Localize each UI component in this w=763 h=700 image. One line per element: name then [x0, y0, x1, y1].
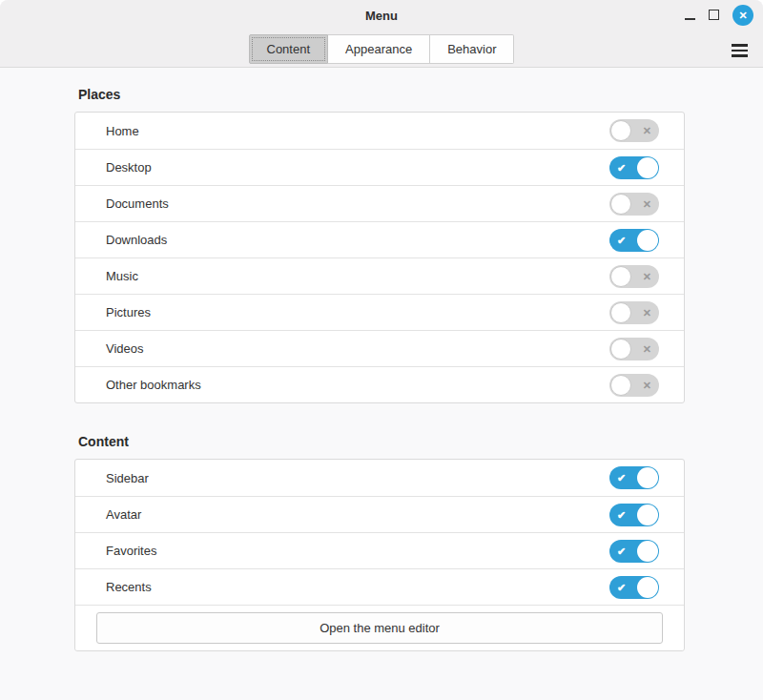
settings-window: Menu ✕ Content Appearance [0, 0, 763, 700]
toggle-knob [610, 339, 631, 360]
section-heading-content: Content [78, 434, 685, 449]
tab-appearance[interactable]: Appearance [328, 34, 430, 64]
list-item-sidebar: Sidebar ✔ ✕ [75, 460, 684, 496]
check-icon: ✔ [617, 576, 626, 599]
titlebar[interactable]: Menu ✕ [0, 0, 763, 31]
check-icon: ✔ [617, 504, 626, 526]
toggle-knob [637, 230, 658, 251]
list-item-desktop: Desktop ✔ ✕ [75, 149, 684, 185]
row-label: Avatar [106, 507, 609, 522]
toggle-knob [637, 504, 658, 525]
row-label: Documents [106, 196, 609, 211]
hamburger-menu-icon[interactable] [732, 44, 748, 57]
row-label: Pictures [106, 305, 609, 319]
maximize-icon [709, 10, 719, 20]
close-button[interactable]: ✕ [732, 5, 753, 26]
tab-behavior[interactable]: Behavior [430, 34, 514, 64]
toggle-knob [610, 375, 631, 396]
cross-icon: ✕ [643, 193, 651, 216]
menu-editor-button-row: Open the menu editor [75, 605, 684, 650]
header: Menu ✕ Content Appearance [0, 0, 763, 68]
list-item-downloads: Downloads ✔ ✕ [75, 221, 684, 257]
list-item-videos: Videos ✔ ✕ [75, 330, 684, 366]
section-heading-places: Places [78, 87, 685, 102]
list-item-other-bookmarks: Other bookmarks ✔ ✕ [75, 366, 684, 402]
toggle-knob [637, 541, 658, 562]
toggle-music[interactable]: ✔ ✕ [609, 265, 659, 288]
toggle-knob [610, 194, 631, 215]
row-label: Home [106, 124, 609, 138]
tab-content-label: Content [267, 42, 311, 56]
toggle-sidebar[interactable]: ✔ ✕ [609, 466, 659, 489]
tab-group: Content Appearance Behavior [249, 34, 515, 64]
check-icon: ✔ [617, 156, 626, 179]
toggle-knob [610, 302, 631, 323]
section-places: Places Home ✔ ✕ Desktop ✔ ✕ [74, 87, 685, 403]
row-label: Videos [106, 341, 609, 356]
tab-content[interactable]: Content [249, 34, 329, 64]
window-title: Menu [365, 9, 398, 23]
row-label: Recents [106, 580, 609, 594]
places-list: Home ✔ ✕ Desktop ✔ ✕ Doc [74, 112, 685, 403]
toggle-desktop[interactable]: ✔ ✕ [609, 156, 659, 179]
toggle-downloads[interactable]: ✔ ✕ [609, 229, 659, 252]
toggle-knob [637, 467, 658, 488]
cross-icon: ✕ [643, 301, 651, 324]
toggle-knob [610, 266, 631, 287]
list-item-music: Music ✔ ✕ [75, 257, 684, 294]
toggle-knob [637, 157, 658, 178]
toggle-home[interactable]: ✔ ✕ [609, 119, 659, 142]
toggle-favorites[interactable]: ✔ ✕ [609, 540, 659, 563]
tab-behavior-label: Behavior [447, 42, 496, 56]
tab-appearance-label: Appearance [345, 42, 412, 56]
cross-icon: ✕ [643, 374, 651, 397]
list-item-recents: Recents ✔ ✕ [75, 568, 684, 605]
list-item-home: Home ✔ ✕ [75, 113, 684, 149]
minimize-button[interactable] [685, 0, 696, 31]
cross-icon: ✕ [643, 338, 651, 360]
toggle-avatar[interactable]: ✔ ✕ [609, 504, 659, 526]
toggle-documents[interactable]: ✔ ✕ [609, 193, 659, 216]
maximize-button[interactable] [709, 0, 720, 31]
list-item-pictures: Pictures ✔ ✕ [75, 294, 684, 330]
main-content: Places Home ✔ ✕ Desktop ✔ ✕ [0, 87, 763, 651]
close-icon: ✕ [738, 10, 747, 22]
list-item-favorites: Favorites ✔ ✕ [75, 532, 684, 568]
toggle-knob [610, 120, 631, 141]
check-icon: ✔ [617, 466, 626, 489]
open-menu-editor-button[interactable]: Open the menu editor [96, 612, 663, 644]
section-content: Content Sidebar ✔ ✕ Avatar ✔ ✕ [74, 434, 685, 651]
toggle-pictures[interactable]: ✔ ✕ [609, 301, 659, 324]
row-label: Music [106, 269, 609, 283]
row-label: Other bookmarks [106, 378, 609, 392]
content-list: Sidebar ✔ ✕ Avatar ✔ ✕ F [74, 459, 685, 651]
row-label: Desktop [106, 160, 609, 175]
row-label: Downloads [106, 233, 609, 247]
window-controls: ✕ [685, 0, 753, 31]
row-label: Favorites [106, 544, 609, 558]
cross-icon: ✕ [643, 265, 651, 288]
toggle-videos[interactable]: ✔ ✕ [609, 338, 659, 360]
list-item-documents: Documents ✔ ✕ [75, 185, 684, 221]
row-label: Sidebar [106, 471, 609, 485]
check-icon: ✔ [617, 540, 626, 563]
tabbar: Content Appearance Behavior [0, 34, 763, 64]
toggle-knob [637, 577, 658, 598]
check-icon: ✔ [617, 229, 626, 252]
toggle-other-bookmarks[interactable]: ✔ ✕ [609, 374, 659, 397]
cross-icon: ✕ [643, 119, 651, 142]
list-item-avatar: Avatar ✔ ✕ [75, 496, 684, 532]
toggle-recents[interactable]: ✔ ✕ [609, 576, 659, 599]
minimize-icon [685, 18, 695, 20]
